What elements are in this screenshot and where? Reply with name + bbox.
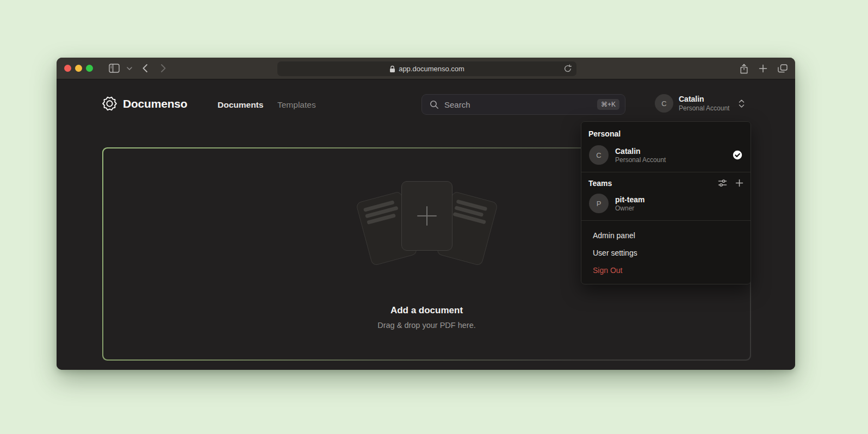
nav-tab-templates[interactable]: Templates <box>277 100 316 110</box>
dropzone-subtitle: Drag & drop your PDF here. <box>377 321 476 330</box>
team-avatar: P <box>589 194 609 213</box>
check-circle-icon <box>732 150 743 160</box>
account-menu-button[interactable]: C Catalin Personal Account <box>655 94 745 113</box>
search-input[interactable]: Search ⌘+K <box>421 94 625 115</box>
url-text: app.documenso.com <box>399 65 464 73</box>
manage-teams-icon[interactable] <box>718 178 727 188</box>
team-name: pit-team <box>615 195 644 204</box>
sidebar-chevron-down-icon[interactable] <box>125 61 134 76</box>
back-button[interactable] <box>137 61 153 76</box>
sidebar-toggle-icon[interactable] <box>106 61 122 76</box>
browser-window: app.documenso.com <box>57 58 795 370</box>
create-team-plus-icon[interactable] <box>735 179 743 187</box>
menu-item-sign-out[interactable]: Sign Out <box>588 262 743 279</box>
personal-account-item[interactable]: C Catalin Personal Account <box>588 144 743 166</box>
zoom-window-button[interactable] <box>86 65 93 72</box>
account-dropdown-menu: Personal C Catalin Personal Account Team <box>581 121 751 284</box>
account-name: Catalin <box>679 95 729 104</box>
illustration-card-add <box>401 181 452 251</box>
account-avatar: C <box>655 94 673 113</box>
documenso-app: Documenso Documents Templates Search ⌘+K… <box>57 80 795 370</box>
traffic-lights <box>64 65 93 72</box>
menu-item-admin-panel[interactable]: Admin panel <box>588 227 743 244</box>
documenso-seal-icon <box>102 96 117 111</box>
forward-button[interactable] <box>155 61 171 76</box>
brand-name: Documenso <box>123 97 187 110</box>
search-shortcut-badge: ⌘+K <box>597 99 619 110</box>
teams-section-label: Teams <box>588 179 710 188</box>
nav-tab-documents[interactable]: Documents <box>218 100 263 110</box>
search-icon <box>430 100 439 109</box>
documenso-logo[interactable]: Documenso <box>102 96 187 111</box>
address-bar[interactable]: app.documenso.com <box>277 61 576 76</box>
account-subtitle: Personal Account <box>679 104 729 112</box>
divider <box>581 220 751 221</box>
minimize-window-button[interactable] <box>75 65 82 72</box>
lock-icon <box>389 65 395 73</box>
share-icon[interactable] <box>740 64 748 74</box>
close-window-button[interactable] <box>64 65 71 72</box>
divider <box>581 172 751 172</box>
browser-titlebar: app.documenso.com <box>57 58 795 79</box>
personal-subtitle: Personal Account <box>615 156 666 164</box>
personal-section-label: Personal <box>588 129 743 138</box>
dropzone-title: Add a document <box>390 305 463 316</box>
reload-icon[interactable] <box>564 64 572 73</box>
menu-item-user-settings[interactable]: User settings <box>588 244 743 262</box>
plus-icon <box>414 203 439 228</box>
personal-name: Catalin <box>615 146 666 156</box>
new-tab-icon[interactable] <box>759 64 767 73</box>
chevrons-up-down-icon <box>738 99 745 108</box>
personal-avatar: C <box>589 145 609 165</box>
team-role: Owner <box>615 204 644 212</box>
search-placeholder: Search <box>444 100 592 109</box>
documents-illustration <box>364 175 489 293</box>
tab-overview-icon[interactable] <box>778 64 788 73</box>
team-item-pit-team[interactable]: P pit-team Owner <box>588 193 743 214</box>
